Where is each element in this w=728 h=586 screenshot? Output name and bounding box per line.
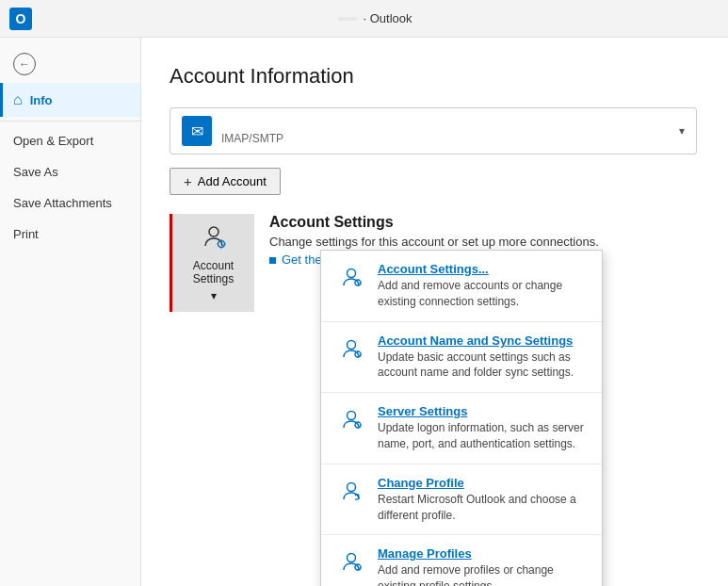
svg-point-24	[348, 482, 356, 491]
title-bar: O · Outlook	[0, 0, 728, 38]
menu-item-change-profile[interactable]: Change Profile Restart Microsoft Outlook…	[321, 464, 602, 535]
sidebar-item-save-as[interactable]: Save As	[0, 156, 140, 187]
bullet-icon	[269, 257, 276, 264]
sidebar-item-info[interactable]: ⌂ Info	[0, 83, 140, 117]
sidebar-divider	[0, 121, 140, 122]
home-icon: ⌂	[13, 91, 23, 108]
account-icon-box: ✉	[182, 116, 212, 146]
outlook-logo: O	[9, 8, 32, 30]
menu-item-account-settings-title: Account Settings...	[378, 262, 587, 276]
sidebar-item-print[interactable]: Print	[0, 219, 140, 250]
back-icon: ←	[13, 53, 36, 75]
add-account-button[interactable]: + Add Account	[170, 168, 281, 195]
back-button[interactable]: ←	[0, 45, 140, 83]
menu-item-server-settings-text: Server Settings Update logon information…	[378, 404, 587, 452]
menu-item-manage-profiles[interactable]: Manage Profiles Add and remove profiles …	[321, 535, 602, 586]
add-account-label: Add Account	[198, 174, 267, 188]
menu-item-change-profile-text: Change Profile Restart Microsoft Outlook…	[378, 476, 587, 524]
svg-point-0	[209, 227, 218, 236]
account-settings-menu-icon	[336, 262, 366, 292]
menu-item-account-name-sync-desc: Update basic account settings such as ac…	[378, 350, 587, 382]
menu-item-manage-profiles-text: Manage Profiles Add and remove profiles …	[378, 546, 587, 586]
sidebar: ← ⌂ Info Open & Export Save As Save Atta…	[0, 38, 141, 586]
account-settings-button[interactable]: Account Settings ▾	[170, 214, 254, 312]
account-settings-btn-label: Account Settings	[193, 259, 234, 285]
main-content: Account Information ✉ IMAP/SMTP ▾ + Add …	[141, 38, 728, 586]
menu-item-account-name-sync-title: Account Name and Sync Settings	[378, 334, 587, 348]
account-dropdown[interactable]: ✉ IMAP/SMTP ▾	[170, 107, 697, 155]
title-bar-center: · Outlook	[32, 11, 719, 25]
menu-item-server-settings-title: Server Settings	[378, 404, 587, 418]
account-email	[221, 117, 679, 131]
dropdown-arrow: ▾	[211, 289, 217, 302]
account-info: IMAP/SMTP	[221, 117, 679, 145]
dropdown-chevron-icon: ▾	[679, 124, 685, 138]
menu-item-account-settings-desc: Add and remove accounts or change existi…	[378, 278, 587, 310]
account-settings-desc: Change settings for this account or set …	[269, 235, 599, 249]
menu-item-server-settings-desc: Update logon information, such as server…	[378, 420, 587, 452]
email-icon: ✉	[191, 122, 203, 140]
menu-item-account-name-sync[interactable]: Account Name and Sync Settings Update ba…	[321, 322, 602, 393]
menu-item-manage-profiles-title: Manage Profiles	[378, 546, 587, 561]
sidebar-item-open-export[interactable]: Open & Export	[0, 125, 140, 156]
svg-point-18	[348, 412, 356, 420]
menu-item-change-profile-title: Change Profile	[378, 476, 587, 490]
server-settings-icon	[336, 404, 366, 434]
menu-item-change-profile-desc: Restart Microsoft Outlook and choose a d…	[378, 492, 587, 524]
account-settings-icon	[199, 223, 229, 255]
breadcrumb: · Outlook	[363, 11, 412, 25]
account-settings-title: Account Settings	[269, 214, 599, 231]
add-icon: +	[184, 173, 192, 189]
svg-point-12	[348, 340, 356, 349]
change-profile-icon	[336, 476, 366, 506]
menu-item-account-settings-text: Account Settings... Add and remove accou…	[378, 262, 587, 310]
menu-item-account-name-sync-text: Account Name and Sync Settings Update ba…	[378, 334, 587, 382]
menu-item-account-settings[interactable]: Account Settings... Add and remove accou…	[321, 251, 602, 321]
sidebar-item-save-attachments[interactable]: Save Attachments	[0, 187, 140, 219]
menu-item-server-settings[interactable]: Server Settings Update logon information…	[321, 393, 602, 464]
account-name-sync-icon	[336, 334, 366, 364]
svg-point-6	[348, 269, 356, 278]
app-body: ← ⌂ Info Open & Export Save As Save Atta…	[0, 38, 728, 586]
manage-profiles-icon	[336, 546, 366, 577]
menu-item-manage-profiles-desc: Add and remove profiles or change existi…	[378, 562, 587, 586]
svg-point-25	[348, 554, 356, 562]
page-title: Account Information	[170, 64, 700, 89]
title-pill	[338, 17, 357, 21]
account-settings-dropdown-menu: Account Settings... Add and remove accou…	[320, 250, 603, 586]
account-type: IMAP/SMTP	[221, 132, 679, 145]
